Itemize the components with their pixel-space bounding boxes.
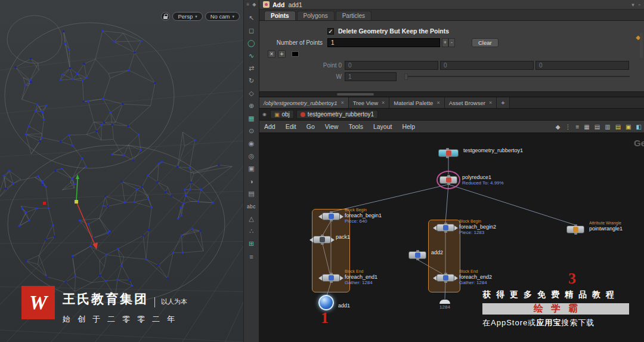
node-foreach-end1[interactable]: Block End foreach_end1 Gather: 1284: [322, 274, 340, 282]
camera-select-button[interactable]: No cam ▾: [205, 12, 240, 21]
node-foreach-begin1[interactable]: Block Begin foreach_begin1 Piece: 640: [322, 212, 340, 220]
shade-icon[interactable]: ◑: [245, 175, 258, 187]
filter-icon[interactable]: ≡: [247, 2, 250, 7]
pose-icon[interactable]: ⊕: [245, 100, 258, 112]
watermark: W 王氏教育集团 以人为本 始创于二零零二年: [21, 286, 187, 325]
box-select-icon[interactable]: ◻: [245, 24, 258, 37]
close-icon[interactable]: ×: [436, 100, 439, 106]
param-scrollbar[interactable]: [640, 33, 643, 58]
node-name-field[interactable]: add1: [288, 1, 302, 8]
tab-material-palette[interactable]: Material Palette ×: [389, 97, 444, 108]
render-icon[interactable]: ▣: [245, 162, 258, 175]
w-field[interactable]: 1: [345, 72, 397, 81]
move-icon[interactable]: ⇄: [245, 62, 258, 75]
point0-z-field[interactable]: 0: [535, 61, 629, 70]
menu-go[interactable]: Go: [306, 123, 315, 130]
menu-layout[interactable]: Layout: [373, 123, 392, 130]
menu-view[interactable]: View: [325, 123, 339, 130]
number-of-points-field[interactable]: 1: [327, 38, 440, 47]
company-tagline: 以人为本: [154, 297, 187, 307]
select-arrow-icon[interactable]: ↖: [245, 12, 258, 24]
pin-icon[interactable]: ◉: [262, 112, 267, 117]
persp-view-button[interactable]: Persp ▾: [172, 12, 202, 21]
right-panel: Add add1 ▾▫ Points Polygons Particles ✓ …: [259, 0, 644, 342]
color-swatch[interactable]: [292, 51, 299, 57]
list-view-icon[interactable]: ≡: [575, 124, 579, 130]
menu-help[interactable]: Help: [402, 123, 415, 130]
increment-icon[interactable]: +: [442, 38, 448, 47]
node-polyreduce[interactable]: polyreduce1 Reduced To: 4.99%: [439, 176, 457, 184]
node-pack1[interactable]: pack1: [313, 236, 331, 244]
tools-icon[interactable]: ◆: [556, 124, 561, 130]
menu-edit[interactable]: Edit: [286, 123, 296, 130]
tab-points[interactable]: Points: [264, 11, 296, 20]
node-pointwrangle[interactable]: Attribute Wrangle pointwrangle1: [566, 226, 584, 233]
grid-large-icon[interactable]: ▤: [595, 124, 600, 130]
node-testgeometry[interactable]: testgeometry_rubbertoy1: [438, 149, 459, 157]
breadcrumb-obj[interactable]: ▣ obj: [270, 110, 294, 119]
node-foreach-end2[interactable]: Block End foreach_end2 Gather: 1284: [436, 274, 454, 282]
chevron-down-icon: ▾: [232, 14, 234, 19]
notes-icon[interactable]: ▤: [615, 124, 621, 130]
decrement-icon[interactable]: -: [448, 38, 455, 47]
menu-add[interactable]: Add: [264, 123, 275, 130]
close-icon[interactable]: ×: [382, 100, 385, 106]
pane-buttons[interactable]: ▾▫: [631, 2, 640, 8]
tab-polygons[interactable]: Polygons: [297, 11, 335, 20]
snap-grid-icon[interactable]: ▦: [245, 112, 258, 125]
tab-particles[interactable]: Particles: [336, 11, 371, 20]
panel-icon[interactable]: ◧: [636, 124, 642, 130]
text-abc-icon[interactable]: abc: [245, 200, 258, 212]
remove-point-button[interactable]: ×: [268, 50, 275, 58]
rotate-icon[interactable]: ↻: [245, 75, 258, 87]
viewport-3d[interactable]: Persp ▾ No cam ▾ W 王氏教育集团 以人为本 始创于二零零二年: [0, 0, 243, 342]
number-of-points-stepper[interactable]: + -: [442, 38, 455, 47]
lock-icon[interactable]: [161, 12, 170, 21]
point0-x-field[interactable]: 0: [345, 61, 438, 70]
promo-overlay: 获得更多免费精品教程 绘学霸 在AppStore或应用宝搜索下载: [482, 289, 629, 328]
node-add2[interactable]: add2: [408, 251, 426, 259]
point0-y-field[interactable]: 0: [440, 61, 534, 70]
node-foreach-begin2[interactable]: Block Begin foreach_begin2 Piece: 1283: [436, 224, 454, 232]
h-scrollbar[interactable]: [337, 93, 374, 95]
new-tab-button[interactable]: +: [497, 97, 509, 108]
tab-network-path[interactable]: /obj/testgeometry_rubbertoy1 ×: [259, 97, 349, 108]
persp-label: Persp: [178, 13, 193, 20]
close-icon[interactable]: ×: [341, 100, 344, 106]
notes2-icon[interactable]: ▣: [626, 124, 631, 130]
tab-tree-view[interactable]: Tree View ×: [349, 97, 390, 108]
pane-divider[interactable]: [259, 92, 644, 97]
close-icon[interactable]: ×: [489, 100, 492, 106]
columns-icon[interactable]: ▥: [605, 124, 610, 130]
grid-toggle-icon[interactable]: ⊞: [245, 238, 258, 250]
camera-icon[interactable]: ◎: [245, 150, 258, 162]
view-pan-icon[interactable]: ◉: [245, 137, 258, 150]
snap-point-icon[interactable]: ⊙: [245, 125, 258, 137]
node-add1[interactable]: [318, 295, 334, 310]
annotation-marker-3: 3: [568, 271, 576, 286]
param-tabs: Points Polygons Particles: [259, 10, 644, 21]
pin-icon[interactable]: ◆: [252, 2, 256, 7]
points-display-icon[interactable]: ∴: [245, 225, 258, 238]
tree-view-icon[interactable]: ⋮: [565, 124, 571, 130]
clear-button[interactable]: Clear: [472, 38, 499, 47]
number-of-points-label: Number of Points: [259, 39, 323, 46]
param-header: Add add1 ▾▫: [259, 0, 644, 10]
options-icon[interactable]: ≡: [245, 250, 258, 263]
normals-icon[interactable]: △: [245, 212, 258, 225]
lasso-select-icon[interactable]: ◯: [245, 37, 258, 50]
network-type-badge: Ge: [634, 138, 644, 148]
delete-geometry-checkbox[interactable]: ✓: [327, 28, 334, 35]
grid-small-icon[interactable]: ▦: [584, 124, 589, 130]
network-editor[interactable]: Ge testgeometry_rubbertoy1 polyreduce1 R…: [259, 133, 644, 342]
scale-icon[interactable]: ◇: [245, 87, 258, 100]
w-slider[interactable]: [404, 76, 630, 78]
wireframe-icon[interactable]: ▤: [245, 187, 258, 200]
w-label: W: [259, 73, 342, 80]
add-point-button[interactable]: +: [278, 50, 286, 58]
tab-asset-browser[interactable]: Asset Browser ×: [445, 97, 497, 108]
breadcrumb-geo[interactable]: testgeometry_rubbertoy1: [296, 110, 378, 119]
annotation-marker-1: 1: [321, 310, 329, 326]
menu-tools[interactable]: Tools: [348, 123, 363, 130]
brush-icon[interactable]: ∿: [245, 50, 258, 62]
